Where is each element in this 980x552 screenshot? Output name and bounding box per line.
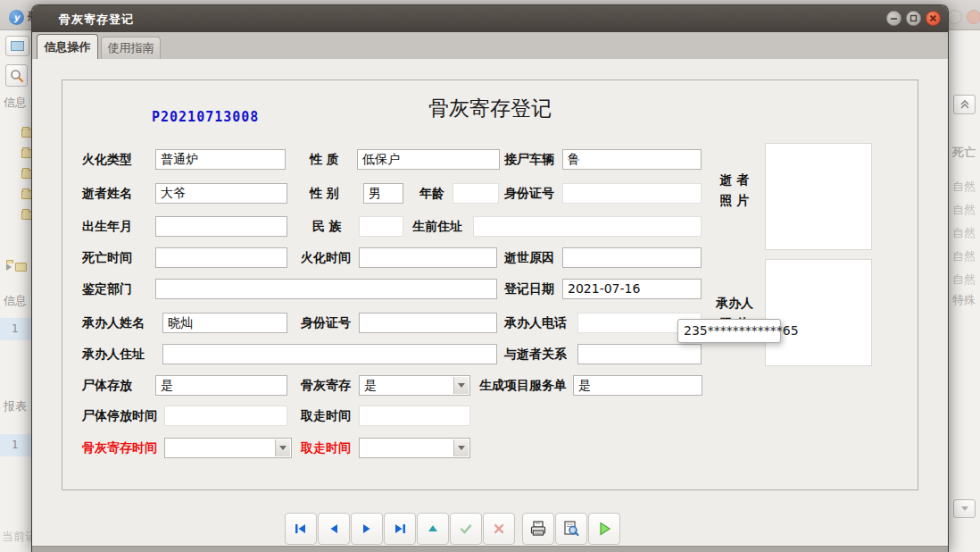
cremation-type-input[interactable]: 普通炉 <box>155 149 286 170</box>
relationship-input[interactable] <box>577 344 702 364</box>
sidebar-info-header: 信息 <box>4 95 27 111</box>
expander-arrow-icon <box>6 263 12 271</box>
grid-cell[interactable]: 自然 <box>952 179 976 195</box>
ash-storage-registration-window: 骨灰寄存登记 信息操作 使用指南 P20210713008 骨灰寄存登记 火化类… <box>31 4 949 552</box>
label-ash-storage-time: 骨灰寄存时间 <box>82 438 157 458</box>
next-record-button[interactable] <box>351 513 383 545</box>
label-handler-address: 承办人住址 <box>82 344 145 364</box>
first-record-button[interactable] <box>285 513 317 545</box>
sidebar-section-info: 信息 <box>4 293 27 309</box>
home-address-input[interactable] <box>473 216 702 237</box>
grid-cell[interactable]: 自然 <box>952 225 976 241</box>
background-maximize-icon[interactable] <box>948 10 962 24</box>
combo-arrow-button[interactable] <box>453 439 469 456</box>
close-button[interactable] <box>926 11 941 26</box>
death-time-input[interactable] <box>155 247 287 268</box>
background-left-sidebar: 信息 信息 1 报表 1 当前记 <box>0 30 32 552</box>
print-preview-icon <box>561 519 581 539</box>
window-titlebar: 骨灰寄存登记 <box>32 5 948 32</box>
ethnicity-input[interactable] <box>359 216 403 237</box>
run-button[interactable] <box>588 513 620 545</box>
minimize-button[interactable] <box>886 11 901 26</box>
prev-record-button[interactable] <box>318 513 350 545</box>
collapse-panel-button[interactable] <box>953 95 976 114</box>
folder-icon <box>15 263 27 272</box>
ash-take-time-combo[interactable] <box>359 438 470 458</box>
label-hearse: 接尸车辆 <box>504 149 554 170</box>
last-record-button[interactable] <box>384 513 416 545</box>
label-handler-phone: 承办人电话 <box>504 313 567 333</box>
combo-arrow-button[interactable] <box>453 377 469 394</box>
grid-cell[interactable]: 自然 <box>952 202 976 218</box>
handler-name-input[interactable]: 晓灿 <box>162 313 287 333</box>
grid-cell[interactable]: 自然 <box>952 272 976 288</box>
background-right-panel: 死亡 自然 自然 自然 自然 自然 特殊 <box>948 30 980 552</box>
handler-photo-label-line1: 承办人 <box>707 293 762 314</box>
insert-record-button[interactable] <box>417 513 449 545</box>
deceased-photo-label: 逝 者 照 片 <box>707 170 762 211</box>
close-icon <box>929 14 937 22</box>
tree-item-row[interactable]: 1 <box>0 318 32 340</box>
label-death-cause: 逝世原因 <box>504 247 554 268</box>
label-deceased-id: 身份证号 <box>504 183 554 204</box>
label-birth-date: 出生年月 <box>82 216 132 237</box>
death-cause-input[interactable] <box>562 247 702 268</box>
handler-photo-box[interactable] <box>765 259 872 366</box>
form-title: 骨灰寄存登记 <box>62 95 918 122</box>
label-register-date: 登记日期 <box>504 279 554 299</box>
ash-storage-combo[interactable]: 是 <box>359 375 470 396</box>
window-title: 骨灰寄存登记 <box>59 12 134 28</box>
sidebar-reports-header: 报表 <box>4 398 27 414</box>
age-input[interactable] <box>453 183 499 204</box>
tree-expander[interactable] <box>6 263 27 272</box>
selection-icon <box>11 41 24 51</box>
print-icon <box>528 519 548 539</box>
nature-input[interactable]: 低保户 <box>357 149 500 170</box>
tab-info-operation[interactable]: 信息操作 <box>37 34 98 59</box>
handler-id-input[interactable] <box>359 313 497 333</box>
phone-tooltip: 235************65 <box>677 319 781 343</box>
panel-dropdown-button[interactable] <box>953 499 976 518</box>
tab-bar: 信息操作 使用指南 <box>32 32 948 59</box>
register-date-input[interactable]: 2021-07-16 <box>562 279 702 299</box>
app-logo-icon: y <box>9 10 24 25</box>
handler-address-input[interactable] <box>162 344 497 364</box>
maximize-button[interactable] <box>906 11 921 26</box>
chevron-down-icon <box>961 506 968 511</box>
birth-date-input[interactable] <box>155 216 287 237</box>
registration-form-panel: P20210713008 骨灰寄存登记 火化类型 普通炉 性 质 低保户 接尸车… <box>62 79 918 490</box>
tab-user-guide[interactable]: 使用指南 <box>101 37 161 59</box>
appraisal-dept-input[interactable] <box>155 279 497 299</box>
deceased-photo-label-line1: 逝 者 <box>707 170 762 190</box>
hearse-input[interactable]: 鲁 <box>562 149 702 170</box>
print-preview-button[interactable] <box>555 513 587 545</box>
deceased-photo-box[interactable] <box>765 143 872 250</box>
label-ethnicity: 民 族 <box>312 216 342 237</box>
gender-input[interactable]: 男 <box>363 183 403 204</box>
service-order-input[interactable]: 是 <box>573 375 702 396</box>
deceased-id-input[interactable] <box>562 183 702 204</box>
body-storage-input[interactable]: 是 <box>155 375 287 396</box>
label-cremation-time: 火化时间 <box>301 247 351 268</box>
background-close-icon[interactable] <box>967 10 980 24</box>
label-death-time: 死亡时间 <box>82 247 132 268</box>
grid-cell[interactable]: 特殊 <box>952 292 976 308</box>
cancel-button[interactable] <box>483 513 515 545</box>
cremation-time-input[interactable] <box>359 247 497 268</box>
grid-cell[interactable]: 自然 <box>952 248 976 264</box>
select-tool-button[interactable] <box>5 36 29 56</box>
body-park-time-input[interactable] <box>164 406 287 426</box>
ash-storage-time-combo[interactable] <box>164 438 292 458</box>
deceased-name-input[interactable]: 大爷 <box>155 183 287 204</box>
print-button[interactable] <box>522 513 554 545</box>
ash-storage-value: 是 <box>364 378 377 392</box>
search-button[interactable] <box>5 64 28 87</box>
label-nature: 性 质 <box>310 149 339 170</box>
maximize-icon <box>909 14 918 22</box>
chevrons-up-icon <box>959 99 970 110</box>
combo-arrow-button[interactable] <box>275 439 290 456</box>
body-take-time-input[interactable] <box>359 406 470 426</box>
report-item-row[interactable]: 1 <box>0 434 32 456</box>
confirm-button[interactable] <box>450 513 482 545</box>
content-area: P20210713008 骨灰寄存登记 火化类型 普通炉 性 质 低保户 接尸车… <box>32 59 948 552</box>
